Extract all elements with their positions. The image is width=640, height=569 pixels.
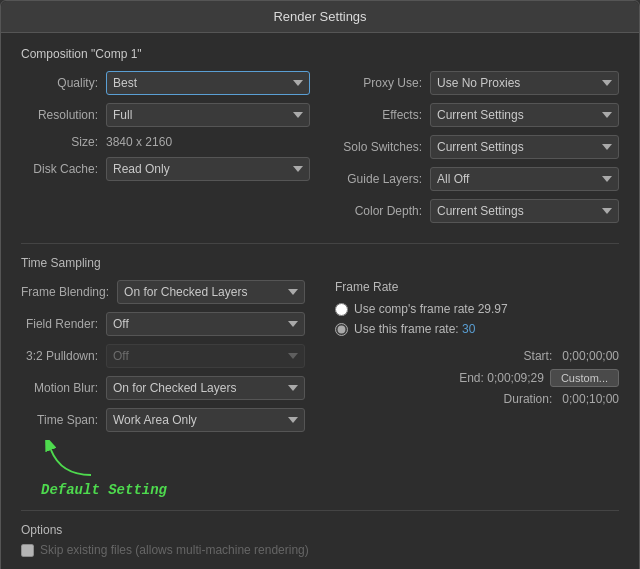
annotation-arrow xyxy=(31,440,111,480)
time-sampling-section: Frame Blending: On for Checked Layers On… xyxy=(21,280,619,498)
start-row: Start: 0;00;00;00 xyxy=(335,346,619,368)
use-comps-rate-label: Use comp's frame rate xyxy=(354,302,474,316)
right-column: Proxy Use: Use No Proxies Use Comp Proxi… xyxy=(330,71,619,231)
quality-select[interactable]: Best Draft Wireframe xyxy=(106,71,310,95)
end-label: End: xyxy=(459,368,484,390)
time-sampling-header: Time Sampling xyxy=(21,256,619,270)
field-render-select[interactable]: Off Upper Field First Lower Field First xyxy=(106,312,305,336)
duration-row: Duration: 0;00;10;00 xyxy=(335,389,619,411)
time-sampling-left: Frame Blending: On for Checked Layers On… xyxy=(21,280,305,498)
effects-label: Effects: xyxy=(330,108,430,122)
default-setting-label: Default Setting xyxy=(41,482,305,498)
frame-rate-section: Frame Rate Use comp's frame rate 29.97 U… xyxy=(325,280,619,498)
color-depth-row: Color Depth: Current Settings 8 bpc 16 b… xyxy=(330,199,619,223)
start-label: Start: xyxy=(524,349,553,363)
duration-value: 0;00;10;00 xyxy=(562,392,619,406)
pulldown-select[interactable]: Off xyxy=(106,344,305,368)
end-value: 0;00;09;29 xyxy=(487,368,544,390)
quality-row: Quality: Best Draft Wireframe xyxy=(21,71,310,95)
size-row: Size: 3840 x 2160 xyxy=(21,135,310,149)
options-section: Options Skip existing files (allows mult… xyxy=(21,523,619,557)
skip-files-label: Skip existing files (allows multi-machin… xyxy=(40,543,309,557)
options-title: Options xyxy=(21,523,619,537)
render-settings-dialog: Render Settings Composition "Comp 1" Qua… xyxy=(0,0,640,569)
time-span-row: Time Span: Work Area Only Length of Comp… xyxy=(21,408,305,432)
quality-label: Quality: xyxy=(21,76,106,90)
frame-blending-label: Frame Blending: xyxy=(21,285,117,299)
guide-layers-select[interactable]: All Off All On Current Settings xyxy=(430,167,619,191)
use-comps-rate-row: Use comp's frame rate 29.97 xyxy=(335,302,619,316)
annotation-area: Default Setting xyxy=(31,440,305,498)
options-divider xyxy=(21,510,619,511)
top-section: Quality: Best Draft Wireframe Resolution… xyxy=(21,71,619,231)
color-depth-select[interactable]: Current Settings 8 bpc 16 bpc 32 bpc xyxy=(430,199,619,223)
field-render-label: Field Render: xyxy=(21,317,106,331)
solo-switches-label: Solo Switches: xyxy=(330,140,430,154)
motion-blur-row: Motion Blur: On for Checked Layers On Of… xyxy=(21,376,305,400)
solo-switches-select[interactable]: Current Settings All Off xyxy=(430,135,619,159)
custom-button[interactable]: Custom... xyxy=(550,369,619,387)
dialog-content: Composition "Comp 1" Quality: Best Draft… xyxy=(1,33,639,569)
proxy-use-label: Proxy Use: xyxy=(330,76,430,90)
effects-select[interactable]: Current Settings All On All Off xyxy=(430,103,619,127)
use-this-rate-label: Use this frame rate: xyxy=(354,322,459,336)
resolution-label: Resolution: xyxy=(21,108,106,122)
title-text: Render Settings xyxy=(273,9,366,24)
duration-label: Duration: xyxy=(504,392,553,406)
time-span-select[interactable]: Work Area Only Length of Comp Custom xyxy=(106,408,305,432)
this-rate-value: 30 xyxy=(462,322,475,336)
dialog-title: Render Settings xyxy=(1,1,639,33)
proxy-use-row: Proxy Use: Use No Proxies Use Comp Proxi… xyxy=(330,71,619,95)
time-span-label: Time Span: xyxy=(21,413,106,427)
solo-switches-row: Solo Switches: Current Settings All Off xyxy=(330,135,619,159)
proxy-use-select[interactable]: Use No Proxies Use Comp Proxies Only Use… xyxy=(430,71,619,95)
guide-layers-label: Guide Layers: xyxy=(330,172,430,186)
skip-files-row: Skip existing files (allows multi-machin… xyxy=(21,543,619,557)
guide-layers-row: Guide Layers: All Off All On Current Set… xyxy=(330,167,619,191)
frame-blending-row: Frame Blending: On for Checked Layers On… xyxy=(21,280,305,304)
pulldown-label: 3:2 Pulldown: xyxy=(21,349,106,363)
color-depth-label: Color Depth: xyxy=(330,204,430,218)
field-render-row: Field Render: Off Upper Field First Lowe… xyxy=(21,312,305,336)
resolution-row: Resolution: Full Half Third Quarter Cust… xyxy=(21,103,310,127)
use-this-rate-radio[interactable] xyxy=(335,323,348,336)
use-this-rate-row: Use this frame rate: 30 xyxy=(335,322,619,336)
section-divider xyxy=(21,243,619,244)
effects-row: Effects: Current Settings All On All Off xyxy=(330,103,619,127)
comps-rate-value: 29.97 xyxy=(478,302,508,316)
end-row: End: 0;00;09;29 Custom... xyxy=(335,368,619,390)
frame-blending-select[interactable]: On for Checked Layers On Off xyxy=(117,280,305,304)
left-column: Quality: Best Draft Wireframe Resolution… xyxy=(21,71,310,231)
skip-files-checkbox[interactable] xyxy=(21,544,34,557)
use-comps-rate-radio[interactable] xyxy=(335,303,348,316)
time-info-area: Start: 0;00;00;00 End: 0;00;09;29 Custom… xyxy=(335,346,619,411)
motion-blur-select[interactable]: On for Checked Layers On Off xyxy=(106,376,305,400)
size-label: Size: xyxy=(21,135,106,149)
resolution-select[interactable]: Full Half Third Quarter Custom xyxy=(106,103,310,127)
composition-label: Composition "Comp 1" xyxy=(21,47,619,61)
start-value: 0;00;00;00 xyxy=(562,349,619,363)
disk-cache-select[interactable]: Read Only Current Settings Off xyxy=(106,157,310,181)
motion-blur-label: Motion Blur: xyxy=(21,381,106,395)
disk-cache-label: Disk Cache: xyxy=(21,162,106,176)
size-value: 3840 x 2160 xyxy=(106,135,172,149)
pulldown-row: 3:2 Pulldown: Off xyxy=(21,344,305,368)
frame-rate-title: Frame Rate xyxy=(335,280,619,294)
disk-cache-row: Disk Cache: Read Only Current Settings O… xyxy=(21,157,310,181)
